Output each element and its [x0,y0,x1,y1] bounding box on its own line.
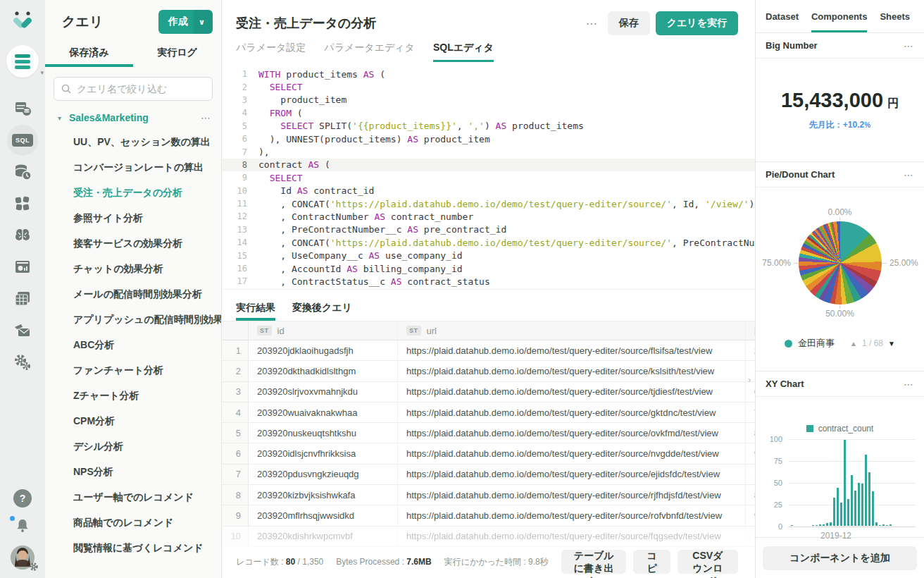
database-clock-icon[interactable] [7,156,38,187]
add-component-button[interactable]: コンポーネントを追加 [763,546,917,570]
big-number-component[interactable]: 15,433,000円 先月比：+10.2% [756,59,924,162]
sidebar-query-item[interactable]: アプリプッシュの配信時間別効果 [45,307,221,332]
copy-button[interactable]: コピー [633,550,670,574]
bar[interactable] [812,525,814,526]
pie-chart-component[interactable]: 0.00% 25.00% 75.00% 50.00% 金田商事 ▲ 1 / 68… [756,187,924,371]
sidebar-query-item[interactable]: Zチャート分析 [45,383,221,408]
tab-results[interactable]: 実行結果 [236,302,275,321]
bar[interactable] [872,491,874,526]
table-row[interactable]: 2203920dkthadkidlslthgmhttps://plaid.dat… [222,361,755,381]
mail-icon[interactable] [7,315,38,346]
bar[interactable] [879,525,881,526]
create-query-button[interactable]: 作成 ∨ [158,10,213,34]
bar[interactable] [826,523,828,526]
sidebar-query-item[interactable]: CPM分析 [45,408,221,434]
bar[interactable] [886,525,888,526]
column-header-id[interactable]: STid [249,321,398,340]
sql-editor[interactable]: 1WITH product_items AS (2 SELECT3 produc… [222,62,755,289]
bar[interactable] [833,498,835,526]
sidebar-query-item[interactable]: 受注・売上データの分析 [45,180,221,205]
product-switcher-button[interactable]: ▾ [6,45,39,78]
sidebar-query-item[interactable]: ABC分析 [45,332,221,357]
column-header-url[interactable]: STurl [398,321,746,340]
sidebar-query-item[interactable]: 商品軸でのレコメンド [45,510,221,535]
sidebar-query-item[interactable]: コンバージョンレートの算出 [45,154,221,180]
tab-parameter-settings[interactable]: パラメータ設定 [236,42,306,62]
table-row[interactable]: 6203920idlsjcnvfhrikksisahttps://plaid.d… [222,443,755,464]
caret-down-icon[interactable]: ▾ [58,114,69,122]
table-row[interactable]: 9203920mflrhsqjwwsidkdhttps://plaid.data… [222,505,755,526]
folder-menu-dots-icon[interactable]: ⋯ [201,112,211,123]
report-browser-icon[interactable] [7,252,38,283]
csv-download-button[interactable]: CSVダウンロード [678,550,738,574]
table-row[interactable]: 5203920nuskeuqtshtkshuhttps://plaid.data… [222,423,755,443]
tab-transformed-query[interactable]: 変換後クエリ [292,302,352,321]
datasource-table-icon[interactable] [7,93,38,124]
big-number-menu-dots-icon[interactable]: ⋯ [904,40,914,51]
tab-sql-editor[interactable]: SQLエディタ [433,42,494,62]
bar[interactable] [847,499,849,526]
xy-chart-component[interactable]: contract_count 1007550250 2019-12 [756,397,924,538]
bar[interactable] [875,522,878,526]
bar[interactable] [851,475,853,526]
table-row[interactable]: 7203920pdusvngkzieuqdghttps://plaid.data… [222,465,755,485]
bar[interactable] [854,491,856,526]
spreadsheet-icon[interactable] [7,283,38,314]
pager-down-icon[interactable]: ▼ [888,340,895,348]
bar[interactable] [865,455,867,526]
ai-brain-icon[interactable] [7,220,38,251]
sidebar-query-item[interactable]: 閲覧情報に基づくレコメンド [45,535,221,560]
table-row[interactable]: 10203920kdishrkwpcmvbfhttps://plaid.data… [222,527,755,547]
query-menu-dots-icon[interactable]: ⋯ [576,17,608,30]
settings-gears-icon[interactable] [7,347,38,378]
panel-collapse-handle[interactable]: › [748,374,751,385]
bar[interactable] [858,483,860,526]
query-filter-input[interactable] [54,77,213,101]
sidebar-query-item[interactable]: UU、PV、セッション数の算出 [45,129,221,154]
tab-saved-queries[interactable]: 保存済み [45,39,133,67]
user-avatar[interactable] [11,546,35,570]
pager-up-icon[interactable]: ▲ [850,340,857,348]
save-button[interactable]: 保存 [608,11,650,35]
table-row[interactable]: 8203920kizbvjksishwkafahttps://plaid.dat… [222,485,755,505]
bar[interactable] [791,525,793,526]
sql-query-icon[interactable]: SQL [7,125,38,156]
panel-tab-sheets[interactable]: Sheets [880,0,910,32]
table-row[interactable]: 1203920jdklaoihugadsfjhhttps://plaid.dat… [222,340,755,361]
pie-chart[interactable] [799,221,882,305]
bar[interactable] [837,488,839,526]
column-header-nu[interactable]: INnu [746,325,755,336]
sidebar-query-item[interactable]: メールの配信時間別効果分析 [45,281,221,307]
pie-menu-dots-icon[interactable]: ⋯ [904,169,914,180]
bar[interactable] [819,524,821,526]
xy-menu-dots-icon[interactable]: ⋯ [904,379,914,390]
sidebar-query-item[interactable]: ファンチャート分析 [45,357,221,383]
tab-parameter-editor[interactable]: パラメータエディタ [324,42,415,62]
bar[interactable] [889,524,892,526]
help-icon[interactable]: ? [13,489,32,508]
panel-tab-components[interactable]: Components [811,0,867,32]
bar[interactable] [816,525,818,526]
tab-run-log[interactable]: 実行ログ [133,39,221,67]
table-row[interactable]: 3203920slrjvoxvmahnjkduhttps://plaid.dat… [222,382,755,402]
bar[interactable] [840,503,842,526]
bar[interactable] [823,524,825,526]
notification-bell-icon[interactable] [14,517,31,534]
sidebar-query-item[interactable]: ユーザー軸でのレコメンド [45,484,221,510]
sidebar-query-item[interactable]: 参照サイト分析 [45,205,221,230]
bar[interactable] [830,522,832,526]
table-row[interactable]: 4203920wuaivaknakwhaahttps://plaid.datah… [222,402,755,423]
sidebar-query-item[interactable]: 接客サービスの効果分析 [45,230,221,256]
bar[interactable] [861,484,863,526]
folder-sales-marketing[interactable]: ▾ Sales&Marketing ⋯ [45,109,221,126]
sidebar-query-item[interactable]: NPS分析 [45,459,221,484]
run-query-button[interactable]: クエリを実行 [656,11,738,35]
segments-icon[interactable] [7,188,38,219]
bar[interactable] [868,472,870,526]
export-table-button[interactable]: テーブルに書き出し [561,550,627,574]
panel-tab-dataset[interactable]: Dataset [766,0,799,32]
sidebar-query-item[interactable]: デシル分析 [45,434,221,459]
bar[interactable] [844,440,846,526]
sidebar-query-item[interactable]: チャットの効果分析 [45,256,221,281]
karte-logo-icon[interactable] [10,10,35,34]
